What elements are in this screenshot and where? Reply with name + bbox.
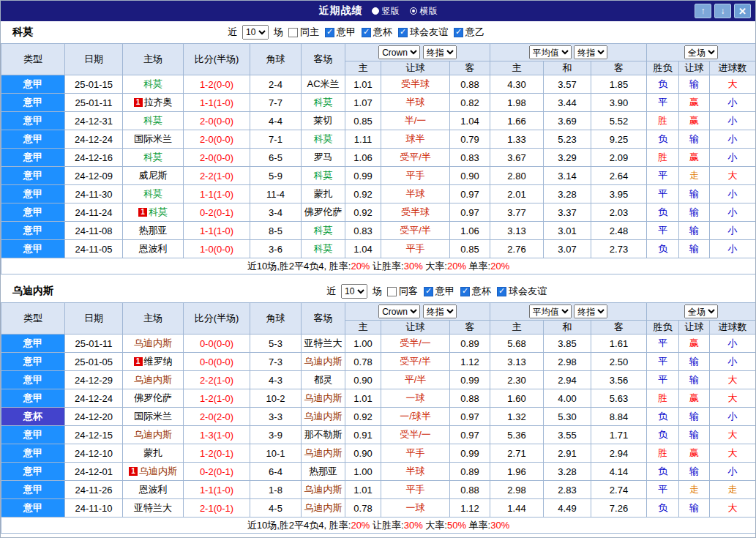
- match-row: 意甲24-11-26恩波利1-1(1-0)1-8乌迪内斯1.01平手0.882.…: [1, 481, 756, 499]
- date-cell: 24-11-05: [65, 240, 123, 258]
- filter-checkbox[interactable]: 球会友谊: [398, 26, 448, 39]
- match-count-select[interactable]: 10: [242, 25, 269, 40]
- scope-select[interactable]: 全场: [684, 305, 718, 318]
- avg-away-cell: 3.90: [591, 94, 647, 112]
- goals-result-cell: 小: [710, 112, 756, 130]
- home-odds-cell: 0.90: [345, 444, 381, 463]
- match-row: 意甲24-12-24国际米兰2-0(0-0)7-1科莫1.11球半0.791.3…: [1, 130, 756, 149]
- col-home: 主场: [123, 303, 184, 335]
- layout-radio-group: 竖版横版: [372, 5, 438, 18]
- result-cell: 胜: [647, 112, 679, 130]
- avg-draw-cell: 3.28: [544, 185, 591, 203]
- checkbox-icon: [325, 28, 334, 37]
- scope-select[interactable]: 全场: [684, 45, 718, 59]
- layout-radio-option[interactable]: 竖版: [372, 5, 400, 18]
- checkbox-label: 意乙: [465, 26, 484, 39]
- team-name-text: 科莫: [143, 78, 162, 89]
- avg-away-cell: 2.50: [591, 353, 647, 371]
- avg-home-cell: 1.60: [490, 389, 544, 408]
- average-index-select[interactable]: 终指: [574, 305, 607, 318]
- league-type-cell: 意甲: [1, 112, 65, 130]
- goals-result-cell: 小: [710, 130, 756, 149]
- avg-away-cell: 1.61: [591, 335, 647, 353]
- goals-result-cell: 小: [710, 463, 756, 481]
- away-team-cell: 乌迪内斯: [302, 408, 345, 426]
- goals-result-cell: 大: [710, 75, 756, 94]
- filter-checkbox[interactable]: 同客: [387, 285, 418, 298]
- bookmaker-select[interactable]: Crown: [378, 305, 420, 318]
- handicap-cell: 受半球: [381, 203, 450, 222]
- col-home: 主场: [123, 44, 184, 75]
- avg-home-cell: 1.66: [490, 112, 544, 130]
- col-avg-home: 主: [490, 321, 544, 335]
- date-cell: 25-01-15: [65, 75, 123, 94]
- away-odds-cell: 1.12: [450, 499, 490, 518]
- home-team-cell: 乌迪内斯: [123, 335, 184, 353]
- filter-checkbox[interactable]: 意乙: [454, 26, 484, 39]
- avg-draw-cell: 2.91: [544, 444, 591, 463]
- handicap-result-cell: 输: [679, 75, 710, 94]
- away-team-cell: 罗马: [302, 149, 345, 167]
- col-type: 类型: [1, 303, 65, 335]
- down-button[interactable]: ↓: [714, 4, 731, 18]
- result-cell: 负: [647, 203, 679, 222]
- handicap-result-cell: 赢: [679, 112, 710, 130]
- away-odds-cell: 0.82: [450, 94, 490, 112]
- handicap-result-cell: 输: [679, 222, 710, 240]
- col-handicap: 让球: [381, 61, 450, 75]
- league-type-cell: 意甲: [1, 130, 65, 149]
- away-team-cell: AC米兰: [302, 75, 345, 94]
- score-cell: 0-2(0-1): [184, 463, 250, 481]
- filter-checkbox[interactable]: 球会友谊: [497, 285, 547, 298]
- col-handicap-result: 让球: [679, 61, 710, 75]
- league-filter-group: 同客意甲意杯球会友谊: [387, 285, 547, 298]
- home-odds-cell: 1.00: [345, 335, 381, 353]
- handicap-cell: 受平/半: [381, 353, 450, 371]
- team-name-text: 乌迪内斯: [304, 392, 343, 403]
- up-button[interactable]: ↑: [695, 4, 711, 18]
- away-team-cell: 都灵: [302, 371, 345, 389]
- match-count-select[interactable]: 10: [341, 284, 367, 299]
- score-cell: 1-3(1-0): [184, 426, 250, 444]
- filter-checkbox[interactable]: 意甲: [325, 26, 356, 39]
- filter-checkbox[interactable]: 意杯: [460, 285, 491, 298]
- team-name-text: 科莫: [143, 188, 162, 199]
- checkbox-icon: [497, 287, 506, 296]
- layout-radio-selected[interactable]: 横版: [410, 5, 438, 18]
- avg-away-cell: 8.84: [591, 408, 647, 426]
- home-odds-cell: 0.92: [345, 203, 381, 222]
- avg-draw-cell: 5.30: [544, 408, 591, 426]
- team-name-text: 都灵: [314, 374, 333, 385]
- handicap-result-cell: 赢: [679, 335, 710, 353]
- avg-home-cell: 1.96: [490, 463, 544, 481]
- avg-draw-cell: 3.14: [544, 167, 591, 185]
- average-index-select[interactable]: 终指: [574, 45, 607, 59]
- corners-cell: 6-5: [250, 149, 302, 167]
- average-select[interactable]: 平均值: [529, 305, 572, 318]
- average-group-header: 平均值 终指: [490, 303, 647, 321]
- close-button[interactable]: ✕: [734, 4, 751, 18]
- col-avg-draw: 和: [544, 321, 591, 335]
- bookmaker-select[interactable]: Crown: [378, 45, 420, 59]
- summary-label: 近10场,胜2平4负4, 胜率:: [247, 520, 351, 531]
- date-cell: 24-11-10: [65, 499, 123, 518]
- filter-checkbox[interactable]: 同主: [288, 26, 319, 39]
- filter-checkbox[interactable]: 意杯: [362, 26, 392, 39]
- result-cell: 负: [647, 75, 679, 94]
- odds-index-select[interactable]: 终指: [423, 305, 457, 318]
- filter-checkbox[interactable]: 意甲: [424, 285, 454, 298]
- league-type-cell: 意甲: [1, 389, 65, 408]
- home-odds-cell: 0.99: [345, 167, 381, 185]
- home-team-cell: 乌迪内斯: [123, 371, 184, 389]
- handicap-cell: 受半/一: [381, 426, 450, 444]
- team-name-text: 威尼斯: [139, 170, 168, 181]
- avg-home-cell: 2.80: [490, 167, 544, 185]
- games-label: 场: [274, 26, 283, 39]
- checkbox-label: 意甲: [337, 26, 356, 39]
- team-name-text: 科莫: [314, 133, 333, 144]
- team-name-text: 乌迪内斯: [304, 356, 343, 367]
- average-select[interactable]: 平均值: [529, 45, 572, 59]
- odds-index-select[interactable]: 终指: [423, 45, 457, 59]
- summary-value: 20%: [351, 261, 370, 272]
- date-cell: 24-12-09: [65, 167, 123, 185]
